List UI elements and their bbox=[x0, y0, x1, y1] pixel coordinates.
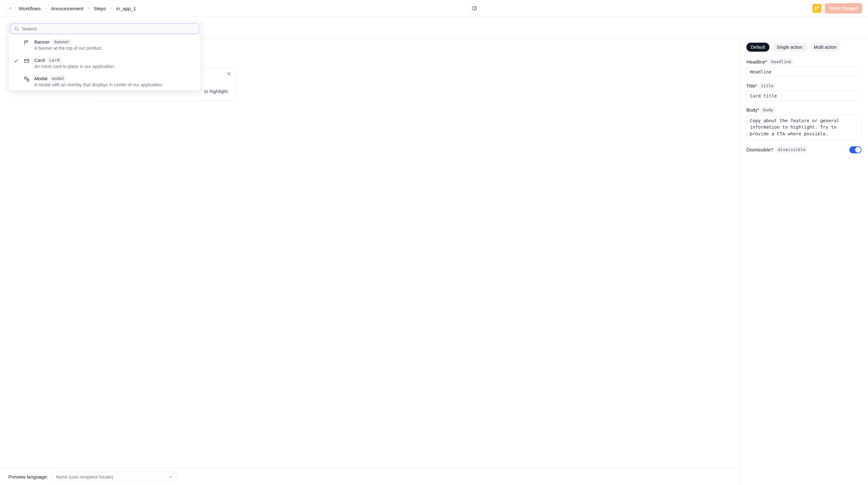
chevron-down-icon bbox=[168, 475, 173, 479]
dismissible-toggle[interactable] bbox=[849, 146, 862, 153]
dropdown-option-code: card bbox=[48, 57, 61, 63]
sidebar-icon bbox=[472, 6, 477, 11]
breadcrumb-item[interactable]: Steps bbox=[94, 6, 106, 11]
dropdown-option-code: banner bbox=[52, 39, 71, 45]
dismissible-code: dismissible bbox=[776, 147, 807, 153]
chevron-right-icon bbox=[44, 6, 48, 10]
preview-language-label: Preview language: bbox=[8, 474, 48, 480]
dropdown-option-title: Banner bbox=[34, 39, 50, 44]
dropdown-option-desc: A banner at the top of our product. bbox=[34, 45, 196, 51]
save-button[interactable]: Save changes bbox=[825, 3, 862, 13]
template-dropdown: Banner banner A banner at the top of our… bbox=[8, 22, 201, 91]
svg-line-8 bbox=[18, 30, 19, 31]
preview-language-value: None (use recipient locale) bbox=[56, 474, 113, 480]
check-icon bbox=[13, 58, 19, 64]
preview-language-select[interactable]: None (use recipient locale) bbox=[52, 472, 177, 482]
title-label: Title* bbox=[746, 83, 757, 89]
breadcrumb-item[interactable]: Workflows bbox=[19, 6, 41, 11]
headline-input[interactable] bbox=[746, 67, 862, 77]
svg-rect-12 bbox=[27, 79, 29, 82]
back-button[interactable] bbox=[6, 3, 16, 13]
chevron-left-icon bbox=[8, 6, 13, 10]
svg-point-7 bbox=[15, 27, 18, 30]
headline-code: headline bbox=[769, 59, 793, 65]
svg-rect-0 bbox=[472, 7, 476, 10]
body-input[interactable] bbox=[746, 115, 862, 139]
dropdown-option-code: modal bbox=[50, 75, 66, 82]
chevron-right-icon bbox=[109, 6, 113, 10]
headline-label: Headline* bbox=[746, 59, 767, 64]
title-input[interactable] bbox=[746, 91, 862, 101]
breadcrumb-item[interactable]: Announcement bbox=[51, 6, 84, 11]
title-code: title bbox=[759, 83, 776, 89]
close-icon[interactable] bbox=[226, 71, 231, 76]
panel-toggle-button[interactable] bbox=[469, 3, 479, 13]
dismissible-label: Dismissible? bbox=[746, 147, 773, 152]
dropdown-option-card[interactable]: Card card An inline card to place in our… bbox=[9, 54, 200, 72]
card-icon bbox=[24, 58, 30, 64]
tab-multi-action[interactable]: Multi action bbox=[810, 43, 841, 52]
dropdown-option-title: Modal bbox=[34, 76, 48, 81]
tab-single-action[interactable]: Single action bbox=[772, 43, 807, 52]
body-code: body bbox=[761, 107, 775, 113]
dropdown-option-desc: An inline card to place in our applicati… bbox=[34, 64, 196, 69]
dropdown-option-title: Card bbox=[34, 57, 45, 63]
breadcrumb: Workflows Announcement Steps in_app_1 bbox=[19, 6, 136, 11]
dropdown-option-modal[interactable]: Modal modal A modal with an overlay that… bbox=[9, 72, 200, 91]
dropdown-search[interactable] bbox=[10, 24, 199, 34]
dropdown-search-input[interactable] bbox=[22, 26, 195, 31]
modal-icon bbox=[24, 76, 30, 82]
dropdown-option-desc: A modal with an overlay that displays in… bbox=[34, 82, 196, 87]
svg-rect-9 bbox=[24, 59, 29, 63]
branch-icon bbox=[814, 6, 819, 11]
breadcrumb-item[interactable]: in_app_1 bbox=[116, 6, 136, 11]
chevron-right-icon bbox=[87, 6, 91, 10]
svg-rect-11 bbox=[24, 77, 26, 79]
flag-icon bbox=[24, 40, 30, 45]
dropdown-option-banner[interactable]: Banner banner A banner at the top of our… bbox=[9, 36, 200, 54]
search-icon bbox=[14, 26, 19, 31]
body-label: Body* bbox=[746, 107, 759, 112]
git-branch-icon[interactable] bbox=[812, 4, 822, 13]
tab-default[interactable]: Default bbox=[746, 43, 770, 52]
